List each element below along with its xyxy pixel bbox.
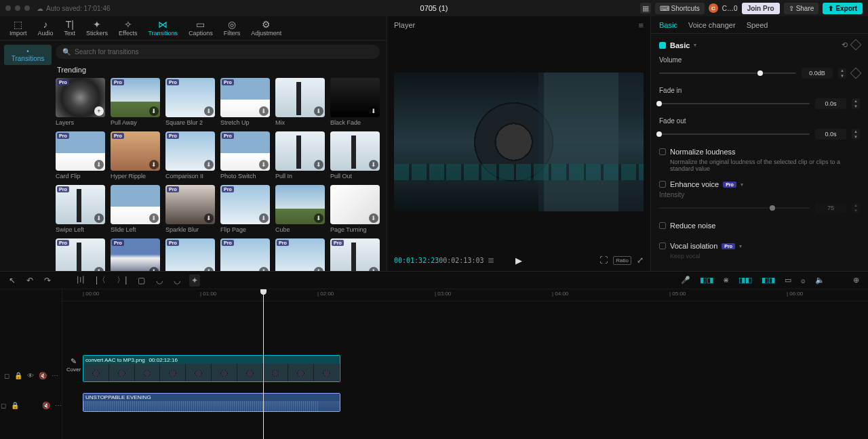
transitions-pill[interactable]: • Transitions — [4, 45, 52, 65]
more-icon[interactable]: ⋯ — [55, 402, 62, 409]
tool-c-icon[interactable]: ◧◨ — [760, 274, 777, 286]
eye-icon[interactable]: 👁 — [27, 372, 34, 379]
auto-caption-tool[interactable]: ✦ — [189, 274, 200, 287]
audio-clip[interactable]: UNSTOPPABLE EVENING — [83, 393, 340, 412]
fadein-stepper[interactable]: ▲▼ — [852, 98, 860, 109]
thumb-image[interactable]: Pro⬇ — [56, 238, 105, 271]
tab-stickers[interactable]: ✦Stickers — [81, 18, 113, 39]
link-icon[interactable]: ⌾ — [799, 275, 808, 286]
add-icon[interactable]: + — [94, 106, 104, 116]
thumb-image[interactable]: Pro⬇ — [165, 78, 215, 117]
shortcuts-button[interactable]: ⌨ Shortcuts — [655, 3, 705, 14]
tab-import[interactable]: ⬚Import — [4, 18, 33, 39]
fadeout-stepper[interactable]: ▲▼ — [852, 129, 860, 140]
volume-keyframe-icon[interactable] — [850, 68, 862, 79]
avatar[interactable]: C — [709, 3, 718, 13]
fadein-value[interactable]: 0.0s — [815, 98, 846, 109]
download-icon[interactable]: ⬇ — [94, 160, 104, 169]
thumb-image[interactable]: Pro⬇ — [111, 131, 160, 171]
split-right-tool[interactable]: 〉| — [115, 273, 129, 287]
undo-button[interactable]: ↶ — [24, 274, 35, 287]
thumb-image[interactable]: Pro⬇ — [275, 238, 325, 271]
player-menu-icon[interactable]: ≡ — [638, 20, 644, 30]
close-window-icon[interactable] — [5, 5, 11, 11]
thumb-image[interactable]: Pro⬇ — [111, 238, 160, 271]
download-icon[interactable]: ⬇ — [369, 106, 378, 116]
pointer-tool[interactable]: ↖ — [7, 274, 18, 287]
vocal-checkbox[interactable] — [659, 243, 666, 249]
split-left-tool[interactable]: |〈 — [94, 273, 108, 287]
download-icon[interactable]: ⬇ — [149, 267, 159, 271]
redo-button[interactable]: ↷ — [42, 274, 53, 287]
mute-track-icon[interactable]: 🔇 — [39, 372, 47, 379]
tab-text[interactable]: T|Text — [59, 18, 81, 39]
download-icon[interactable]: ⬇ — [204, 267, 214, 271]
chevron-down-icon[interactable]: ▾ — [694, 42, 696, 48]
fadein-slider[interactable] — [659, 103, 810, 104]
crop-icon[interactable]: ⛶ — [599, 255, 608, 265]
thumb-image[interactable]: Pro⬇ — [165, 238, 215, 271]
download-icon[interactable]: ⬇ — [94, 213, 104, 223]
thumb-image[interactable]: ⬇ — [275, 131, 325, 171]
thumb-image[interactable]: ⬇ — [275, 185, 325, 224]
download-icon[interactable]: ⬇ — [149, 160, 159, 169]
thumb-image[interactable]: ⬇ — [330, 131, 380, 171]
thumb-image[interactable]: Pro⬇ — [165, 131, 215, 171]
thumb-image[interactable]: Pro⬇ — [220, 131, 270, 171]
visibility-icon[interactable]: ◻ — [1, 402, 6, 409]
download-icon[interactable]: ⬇ — [149, 213, 159, 223]
download-icon[interactable]: ⬇ — [314, 213, 323, 223]
time-ruler[interactable]: | 00:00| 01:00| 02:00| 03:00| 04:00| 05:… — [62, 289, 868, 301]
thumb-image[interactable]: Pro⬇ — [165, 185, 215, 224]
download-icon[interactable]: ⬇ — [204, 213, 214, 223]
tab-basic[interactable]: Basic — [659, 21, 677, 29]
mute-track-icon[interactable]: 🔇 — [42, 402, 50, 409]
thumb-image[interactable]: Pro⬇ — [56, 131, 105, 171]
crop-tool[interactable]: ▢ — [136, 274, 147, 287]
thumb-image[interactable]: ⬇ — [111, 185, 160, 224]
fadeout-slider[interactable] — [659, 133, 810, 135]
tab-audio[interactable]: ♪Audio — [33, 18, 59, 39]
mic-icon[interactable]: 🎤 — [679, 274, 692, 286]
lock-icon[interactable]: 🔒 — [14, 372, 22, 379]
join-pro-button[interactable]: Join Pro — [742, 3, 780, 14]
volume-value[interactable]: 0.0dB — [802, 68, 833, 79]
search-input[interactable]: 🔍 Search for transitions — [56, 45, 380, 59]
marker-tool[interactable]: ◡ — [154, 274, 165, 287]
tab-effects[interactable]: ✧Effects — [113, 18, 142, 39]
fullscreen-icon[interactable]: ⤢ — [637, 255, 644, 265]
flag-tool[interactable]: ◡ — [172, 274, 182, 287]
split-tool[interactable]: 〣 — [75, 273, 87, 287]
more-icon[interactable]: ⋯ — [52, 372, 58, 379]
tab-captions[interactable]: ▭Captions — [183, 18, 218, 39]
thumb-image[interactable]: Pro⬇ — [220, 185, 270, 224]
download-icon[interactable]: ⬇ — [259, 160, 269, 169]
download-icon[interactable]: ⬇ — [369, 213, 378, 223]
normalize-checkbox[interactable] — [659, 148, 666, 155]
chevron-down-icon[interactable]: ▾ — [741, 182, 743, 188]
share-button[interactable]: ⇪ Share — [784, 3, 819, 14]
download-icon[interactable]: ⬇ — [314, 160, 323, 169]
preview-image[interactable] — [394, 72, 644, 211]
download-icon[interactable]: ⬇ — [314, 106, 323, 116]
thumb-image[interactable]: Pro⬇ — [56, 185, 105, 224]
download-icon[interactable]: ⬇ — [94, 267, 104, 271]
zoom-tool[interactable]: ⊕ — [851, 274, 861, 286]
download-icon[interactable]: ⬇ — [259, 106, 269, 116]
tool-a-icon[interactable]: ◧◨ — [698, 274, 715, 286]
download-icon[interactable]: ⬇ — [149, 106, 159, 116]
playhead[interactable] — [263, 289, 264, 439]
fadeout-value[interactable]: 0.0s — [815, 129, 846, 140]
layout-icon[interactable]: ▦ — [640, 3, 651, 14]
enhance-checkbox[interactable] — [659, 181, 666, 188]
ratio-button[interactable]: Ratio — [613, 256, 631, 265]
thumb-image[interactable]: Pro⬇ — [220, 78, 270, 117]
mute-icon[interactable]: 🔈 — [813, 274, 827, 286]
thumb-image[interactable]: Pro⬇ — [111, 78, 160, 117]
download-icon[interactable]: ⬇ — [204, 106, 214, 116]
tab-adjustment[interactable]: ⚙Adjustment — [245, 18, 287, 39]
lock-icon[interactable]: 🔒 — [11, 402, 19, 409]
download-icon[interactable]: ⬇ — [314, 267, 323, 271]
thumb-image[interactable]: ⬇ — [330, 78, 380, 117]
tab-speed[interactable]: Speed — [747, 21, 768, 29]
